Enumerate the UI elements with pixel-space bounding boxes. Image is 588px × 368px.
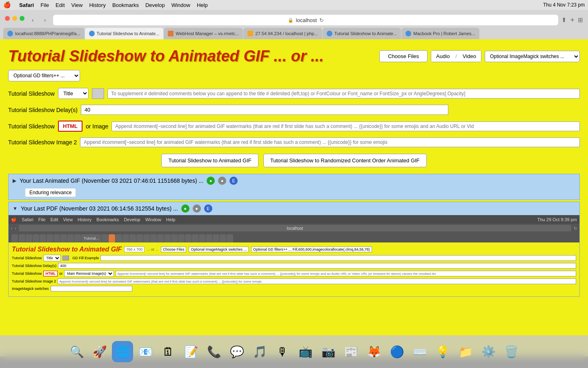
sidebar-button[interactable]: ⊞	[578, 16, 583, 24]
dock-facetime[interactable]: 📞	[203, 341, 225, 362]
menu-develop[interactable]: Develop	[145, 2, 165, 8]
close-button[interactable]	[5, 16, 10, 21]
forward-button[interactable]: ›	[40, 15, 50, 25]
nested-tab-item-21[interactable]	[164, 234, 171, 242]
nested-tab-item-8[interactable]	[60, 234, 67, 242]
dock-chrome[interactable]: 🔵	[386, 341, 408, 362]
apple-menu[interactable]: 🍎	[3, 1, 11, 9]
nested-title-select[interactable]: Title	[43, 255, 61, 261]
dock-launchpad[interactable]: 🚀	[89, 341, 110, 362]
pdf-result-header[interactable]: ▼ Your Last PDF (November 03 2021 06:14:…	[9, 202, 579, 215]
delay-input[interactable]	[81, 105, 448, 115]
html-button[interactable]: HTML	[58, 121, 82, 132]
nested-tab-item-9[interactable]	[67, 234, 74, 242]
tab-1[interactable]: localhost:8888/PHP/animegif/a...	[3, 28, 85, 39]
nested-tab-item-24[interactable]	[185, 234, 192, 242]
menu-window[interactable]: Window	[172, 2, 190, 8]
pdf-blue-icon[interactable]: E	[204, 204, 212, 213]
nested-url-bar[interactable]: localhost	[19, 225, 571, 231]
tab-3[interactable]: WebHost Manager – vs-rmetc...	[164, 28, 243, 39]
tab-4[interactable]: 27.54.94.234 / localhost | php...	[243, 28, 322, 39]
dock-intellij[interactable]: 💡	[432, 341, 453, 362]
tab-2[interactable]: Tutorial Slideshow to Animate...	[85, 28, 164, 39]
menu-history[interactable]: History	[89, 2, 105, 8]
nested-tab-item-17[interactable]	[136, 234, 143, 242]
gd-filters-select[interactable]: Optional GD filters++ ...	[8, 70, 80, 81]
url-bar[interactable]: 🔒 localhost ↻	[53, 15, 558, 25]
menu-bookmarks[interactable]: Bookmarks	[112, 2, 139, 8]
nested-color-box[interactable]	[62, 256, 69, 260]
dock-messages[interactable]: 💬	[226, 341, 247, 362]
to-randomized-gif-button[interactable]: Tutorial Slideshow to Randomized Content…	[263, 154, 427, 167]
video-button[interactable]: Video	[458, 51, 481, 62]
nested-tab-item-7[interactable]	[53, 234, 60, 242]
pdf-gray-icon[interactable]: ●	[193, 204, 201, 213]
nested-tab-tutorial[interactable]: Tutorial...	[81, 234, 101, 242]
nested-tab-item-28[interactable]	[213, 234, 219, 242]
minimize-button[interactable]	[12, 16, 17, 21]
dock-trash[interactable]: 🗑️	[501, 341, 522, 362]
nested-reload-btn[interactable]: ↻	[574, 226, 577, 231]
gif-blue-icon[interactable]: E	[229, 177, 238, 185]
tab-5[interactable]: Tutorial Slideshow to Animate...	[323, 28, 401, 39]
nested-tab-item-6[interactable]	[47, 234, 53, 242]
gif-green-icon[interactable]: ●	[207, 177, 215, 185]
gif-collapse-arrow[interactable]: ▶	[13, 178, 16, 184]
nested-tab-item-16[interactable]	[129, 234, 136, 242]
nested-gd-select[interactable]: Optional GD filters++ ... Fill,600,600,i…	[251, 247, 372, 252]
imagemagick-select[interactable]: Optional ImageMagick switches ...	[485, 51, 580, 62]
dock-safari[interactable]: 🌐	[112, 341, 133, 362]
menu-file[interactable]: File	[40, 2, 49, 8]
gif-gray-icon[interactable]: ●	[218, 177, 226, 185]
nested-tab-item-4[interactable]	[33, 234, 39, 242]
nested-tab-item-19[interactable]	[150, 234, 157, 242]
nested-html-button[interactable]: HTML	[43, 271, 58, 276]
dock-notes[interactable]: 📝	[180, 341, 202, 362]
nested-removal-select[interactable]: Main Removal Image(s)	[64, 270, 114, 277]
pdf-green-icon[interactable]: ●	[181, 204, 189, 213]
dock-podcasts[interactable]: 🎙	[272, 341, 293, 362]
nested-tab-item[interactable]	[11, 234, 18, 242]
title-dropdown[interactable]: Title	[58, 88, 89, 99]
nested-tab-item-5[interactable]	[40, 234, 46, 242]
dock-photos[interactable]: 📷	[318, 341, 339, 362]
choose-files-button[interactable]: Choose Files	[379, 50, 428, 62]
nested-tab-cp[interactable]	[109, 234, 115, 242]
nested-tab-item-22[interactable]	[171, 234, 178, 242]
nested-choose-files[interactable]: Choose Files	[161, 247, 187, 252]
dock-firefox[interactable]: 🦊	[363, 341, 385, 362]
nested-imagemagick-input[interactable]	[51, 286, 132, 292]
nested-forward-btn[interactable]: ›	[15, 226, 16, 231]
nested-html-hint[interactable]: Append #comment[~second line] for animat…	[116, 271, 576, 276]
nested-title-input[interactable]	[100, 255, 576, 261]
dock-terminal[interactable]: ⌨️	[409, 341, 430, 362]
nested-tab-item-30[interactable]	[227, 234, 233, 242]
gif-result-header[interactable]: ▶ Your Last Animated GIF (November 03 20…	[9, 174, 579, 187]
nested-tab-item-27[interactable]	[206, 234, 212, 242]
back-button[interactable]: ‹	[28, 15, 38, 25]
dock-mail[interactable]: 📧	[135, 341, 156, 362]
nested-tab-item-23[interactable]	[178, 234, 185, 242]
tab-6[interactable]: Macbook Pro | Robert James...	[401, 28, 479, 39]
nested-tab-item-10[interactable]	[74, 234, 81, 242]
nested-tab-item-3[interactable]	[26, 234, 32, 242]
html-hint-input[interactable]	[111, 121, 580, 131]
nested-tab-item-18[interactable]	[143, 234, 150, 242]
dock-itunes[interactable]: 🎵	[249, 341, 270, 362]
menu-view[interactable]: View	[71, 2, 83, 8]
nested-tab-item-14[interactable]	[116, 234, 122, 242]
nested-tab-item-2[interactable]	[19, 234, 25, 242]
share-button[interactable]: ⬆	[561, 16, 567, 24]
new-tab-button[interactable]: +	[570, 16, 575, 25]
nested-delay-input[interactable]: 400	[58, 263, 576, 269]
nested-tab-item-20[interactable]	[157, 234, 164, 242]
nested-tab-item-12[interactable]	[102, 234, 108, 242]
dock-finder[interactable]: 🔍	[66, 341, 87, 362]
dock-filezilla[interactable]: 📁	[455, 341, 476, 362]
nested-image2-hint[interactable]: Append #comment[~second line] for animat…	[58, 278, 576, 284]
fullscreen-button[interactable]	[20, 16, 24, 21]
nested-tab-item-29[interactable]	[220, 234, 226, 242]
image2-hint-input[interactable]	[80, 137, 580, 147]
pdf-collapse-arrow[interactable]: ▼	[13, 206, 18, 211]
audio-button[interactable]: Audio	[431, 51, 454, 62]
